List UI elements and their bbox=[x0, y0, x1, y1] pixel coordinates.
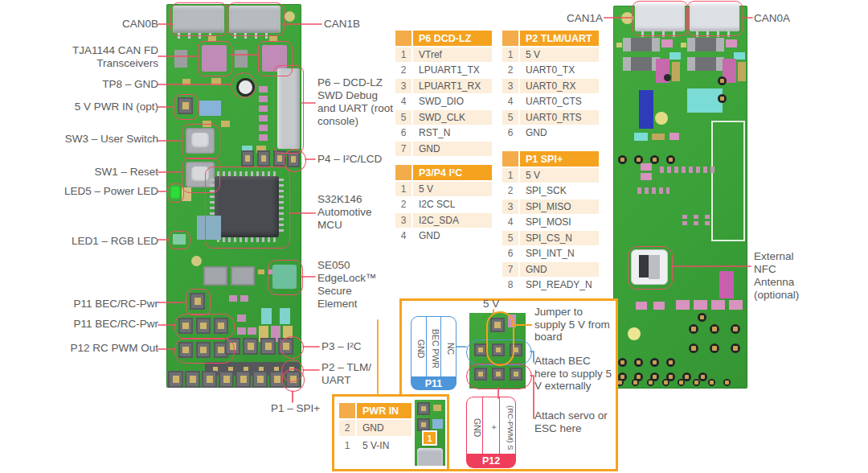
via bbox=[710, 324, 719, 334]
callout-can0b: CAN0B bbox=[62, 18, 158, 31]
pwr-in-pin bbox=[178, 97, 193, 114]
via bbox=[689, 324, 698, 334]
p11-label: P11 bbox=[411, 376, 457, 390]
p1-pin bbox=[269, 371, 285, 388]
via bbox=[718, 76, 727, 85]
table-p2-tlm-uart: P2 TLM/UART 15 V 2UART0_TX 3UART0_RX 4UA… bbox=[502, 31, 599, 142]
pin-row: 2GND bbox=[339, 420, 411, 436]
via bbox=[647, 379, 654, 386]
bec-note: Attach BEC here to supply 5 V externally bbox=[534, 355, 612, 393]
smd-pad bbox=[237, 315, 246, 322]
table-pwr-in: PWR IN 2GND 15 V-IN bbox=[339, 403, 411, 455]
usb-connector bbox=[417, 448, 443, 466]
pin-row: 15 V bbox=[502, 47, 599, 62]
right-board bbox=[613, 6, 747, 389]
via bbox=[731, 343, 740, 353]
smd-pad bbox=[682, 221, 687, 225]
smd-pad bbox=[653, 302, 665, 310]
callout-can1a: CAN1A bbox=[547, 12, 603, 25]
p12-pin-signal: (RC-PWM) S bbox=[500, 397, 515, 454]
table-header: P6 DCD-LZ bbox=[395, 31, 492, 46]
p11-pin-gnd: GND bbox=[411, 317, 427, 376]
p4-pin bbox=[241, 150, 254, 167]
callout-se050: SE050 EdgeLock™ Secure Element bbox=[317, 259, 383, 311]
smd-pad bbox=[182, 187, 191, 201]
soic-chip bbox=[203, 266, 227, 286]
p11-p12-pcb-snippet bbox=[469, 313, 526, 389]
smd-part bbox=[235, 50, 248, 68]
smd-pad bbox=[208, 35, 216, 41]
smd-pad bbox=[259, 125, 268, 131]
table-p3p4-i2c: P3/P4 I²C 15 V 2I2C SCL 3I2C_SDA 4GND bbox=[395, 165, 492, 245]
p11-pin bbox=[178, 318, 193, 334]
p11-pin1 bbox=[190, 293, 205, 310]
callout-sw3: SW3 – User Switch bbox=[46, 133, 158, 146]
p4-pin bbox=[257, 150, 270, 167]
five-v-label: 5 V bbox=[483, 298, 499, 311]
pwr-in-detail-box: PWR IN 2GND 15 V-IN 1 bbox=[332, 394, 449, 471]
smd-pad bbox=[641, 173, 652, 180]
smd-pad bbox=[669, 133, 679, 140]
callout-sw1: SW1 – Reset bbox=[62, 166, 158, 179]
via bbox=[618, 358, 627, 367]
pin-row: 2I2C SCL bbox=[395, 198, 492, 212]
smd-pad bbox=[634, 133, 648, 141]
smd-pad bbox=[259, 134, 268, 141]
callout-p2: P2 – TLM/ UART bbox=[321, 361, 373, 387]
pin-row: 15 V bbox=[395, 182, 492, 196]
p11-pin-nc: NC bbox=[441, 317, 456, 376]
table-header: P2 TLM/UART bbox=[502, 31, 599, 46]
p11-pin-becpwr: BEC PWR bbox=[427, 317, 442, 376]
via bbox=[634, 358, 643, 367]
p11-pin bbox=[196, 318, 211, 334]
smd-pad bbox=[694, 221, 698, 225]
smd-pad bbox=[248, 327, 256, 335]
smd-pad bbox=[676, 300, 690, 310]
via bbox=[698, 313, 706, 322]
smd-part bbox=[174, 50, 187, 68]
callout-can1b: CAN1B bbox=[324, 18, 380, 31]
smd-pad bbox=[652, 134, 665, 140]
p12-label: P12 bbox=[466, 454, 516, 468]
pin-row: 15 V-IN bbox=[339, 438, 411, 454]
can1b-connector bbox=[229, 6, 280, 33]
pin-row: 1VTref bbox=[395, 47, 492, 62]
pin-row: 4SPI_MOSI bbox=[502, 216, 599, 230]
connector-pins bbox=[641, 31, 680, 37]
smd-pad bbox=[259, 115, 268, 121]
callout-tp8: TP8 – GND bbox=[62, 78, 158, 91]
callout-led1: LED1 – RGB LED bbox=[46, 235, 158, 248]
p12-pin bbox=[196, 342, 211, 358]
callout-pwr5: 5 V PWR IN (opt) bbox=[54, 101, 158, 113]
soic-chip bbox=[231, 266, 255, 286]
via bbox=[723, 379, 731, 386]
pin-row: 3UART0_RX bbox=[502, 79, 599, 93]
p1-pin bbox=[202, 371, 217, 388]
p4-pin bbox=[273, 150, 286, 167]
smd-pad bbox=[269, 35, 277, 41]
p1-pin bbox=[168, 371, 183, 388]
pin-row: 5SPI_CS_N bbox=[502, 231, 599, 245]
via bbox=[666, 155, 675, 164]
fiducial bbox=[285, 11, 295, 22]
pin1-badge: 1 bbox=[422, 430, 437, 446]
via bbox=[718, 94, 727, 103]
p12-pin bbox=[178, 342, 193, 358]
smd-pad bbox=[711, 300, 725, 310]
sw3-cap bbox=[191, 133, 209, 149]
smd-pad bbox=[259, 96, 268, 102]
smd-pad bbox=[259, 105, 268, 112]
nfc-antenna-zone bbox=[711, 121, 745, 241]
smd-chip bbox=[687, 57, 724, 71]
nfc-connector-slot bbox=[639, 255, 649, 278]
p1-pin bbox=[219, 371, 234, 388]
testpoint bbox=[664, 74, 671, 81]
p3-pin bbox=[278, 338, 293, 355]
smd-pad bbox=[694, 215, 698, 219]
via bbox=[632, 379, 639, 386]
p3-pin bbox=[260, 338, 276, 355]
pin-row: 2UART0_TX bbox=[502, 64, 599, 78]
callout-p11a: P11 BEC/RC-Pwr bbox=[46, 298, 158, 311]
can0b-connector bbox=[173, 6, 224, 33]
via bbox=[618, 155, 627, 164]
